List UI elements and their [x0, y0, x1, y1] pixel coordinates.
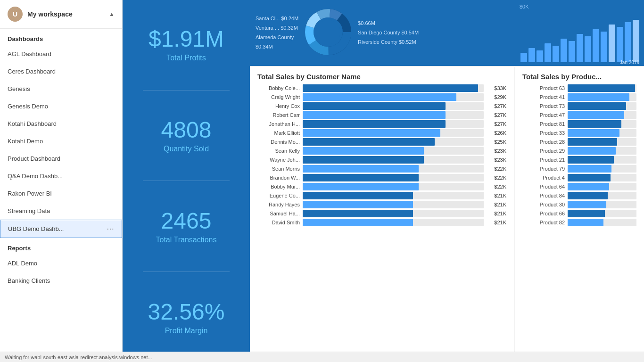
kpi-total-profits: $1.91M Total Profits — [149, 19, 224, 70]
customer-name-0: Bobby Cole... — [257, 85, 300, 91]
product-bar-15 — [568, 219, 603, 226]
donut-rlabel-3: Riverside County $0.52M — [358, 38, 419, 47]
kpi-panel: $1.91M Total Profits 4808 Quantity Sold … — [123, 0, 250, 362]
customer-bar-1 — [303, 93, 456, 101]
sidebar-item-genesis[interactable]: Genesis⋯ — [0, 80, 122, 98]
customer-bar-item-3: Robert Carr$27K — [257, 111, 506, 119]
customer-bar-4 — [303, 120, 446, 128]
sales-by-product-panel: Total Sales by Produc... Product 63Produ… — [515, 67, 644, 362]
customer-bar-item-1: Craig Wright$29K — [257, 93, 506, 101]
customer-bar-wrap-14 — [303, 210, 484, 217]
top-bar-item-9 — [593, 29, 599, 62]
customer-bar-wrap-0 — [303, 84, 484, 92]
product-bar-13 — [568, 201, 606, 208]
customer-name-3: Robert Carr — [257, 112, 300, 118]
sidebar-item-agl-dashboard[interactable]: AGL Dashboard⋯ — [0, 45, 122, 63]
donut-label-1: Santa Cl... $0.24M — [256, 14, 298, 24]
product-bar-wrap-12 — [568, 192, 636, 199]
customer-bar-11 — [303, 183, 419, 190]
product-bar-wrap-8 — [568, 156, 636, 164]
sidebar-item-banking-clients[interactable]: Banking Clients⋯ — [0, 272, 122, 289]
product-chart-title: Total Sales by Produc... — [522, 73, 636, 81]
customer-name-9: Sean Morris — [257, 166, 300, 172]
customer-bar-wrap-10 — [303, 174, 484, 181]
top-bar-rect-13 — [625, 22, 631, 62]
sidebar-item-ceres-dashboard[interactable]: Ceres Dashboard⋯ — [0, 63, 122, 80]
sidebar-item-label-genesis-demo: Genesis Demo — [8, 103, 107, 110]
sidebar-item-kotahi-demo[interactable]: Kotahi Demo⋯ — [0, 132, 122, 150]
customer-bar-item-10: Brandon W...$22K — [257, 174, 506, 181]
sales-by-customer-panel: Total Sales by Customer Name Bobby Cole.… — [250, 67, 514, 362]
top-bar-rect-6 — [569, 41, 575, 62]
sidebar-header[interactable]: U My workspace ▲ — [0, 0, 122, 29]
product-bar-9 — [568, 165, 611, 173]
product-bar-12 — [568, 192, 608, 199]
sidebar-item-streaming-data[interactable]: Streaming Data⋯ — [0, 202, 122, 220]
customer-bar-wrap-4 — [303, 120, 484, 128]
product-bar-item-12: Product 84 — [522, 192, 636, 199]
customer-value-6: $25K — [487, 139, 506, 145]
sidebar-item-kotahi-dashboard[interactable]: Kotahi Dashboard⋯ — [0, 115, 122, 132]
top-bar-rect-11 — [609, 25, 615, 62]
product-bar-item-7: Product 29 — [522, 147, 636, 155]
sidebar-item-ubg-demo-dashb[interactable]: UBG Demo Dashb...⋯ — [0, 220, 122, 238]
product-name-2: Product 73 — [522, 103, 565, 109]
customer-chart-title: Total Sales by Customer Name — [257, 73, 506, 81]
customer-value-15: $21K — [487, 220, 506, 225]
sidebar-item-qa-demo-dashb[interactable]: Q&A Demo Dashb...⋯ — [0, 167, 122, 185]
sidebar-item-adl-demo[interactable]: ADL Demo⋯ — [0, 255, 122, 272]
customer-value-8: $23K — [487, 157, 506, 163]
customer-bar-item-13: Randy Hayes$21K — [257, 201, 506, 208]
product-name-0: Product 63 — [522, 85, 565, 91]
sidebar-item-genesis-demo[interactable]: Genesis Demo⋯ — [0, 98, 122, 115]
product-bar-item-2: Product 73 — [522, 102, 636, 110]
customer-bar-wrap-1 — [303, 93, 484, 101]
product-name-9: Product 79 — [522, 166, 565, 172]
product-bar-item-14: Product 66 — [522, 210, 636, 217]
customer-bar-8 — [303, 156, 424, 164]
product-name-15: Product 82 — [522, 220, 565, 225]
customer-bar-13 — [303, 201, 413, 208]
more-icon-ubg-demo-dashb[interactable]: ⋯ — [107, 224, 114, 233]
top-bar-rect-2 — [537, 50, 543, 62]
customer-bar-wrap-7 — [303, 147, 484, 155]
top-bar-rect-8 — [585, 36, 591, 62]
product-bar-wrap-7 — [568, 147, 636, 155]
customer-bar-wrap-8 — [303, 156, 484, 164]
top-bar-item-11 — [609, 25, 615, 62]
sidebar-item-label-banking-clients: Banking Clients — [8, 277, 107, 284]
product-bar-item-9: Product 79 — [522, 165, 636, 173]
customer-value-0: $33K — [487, 85, 506, 91]
customer-value-9: $22K — [487, 166, 506, 172]
customer-name-15: David Smith — [257, 220, 300, 225]
customer-bar-wrap-13 — [303, 201, 484, 208]
customer-value-14: $21K — [487, 211, 506, 216]
top-bar-item-1 — [528, 48, 535, 62]
product-name-6: Product 28 — [522, 139, 565, 145]
sidebar-item-product-dashboard[interactable]: Product Dashboard⋯ — [0, 150, 122, 167]
product-bar-item-8: Product 21 — [522, 156, 636, 164]
product-name-4: Product 81 — [522, 121, 565, 127]
charts-row-bottom: Total Sales by Customer Name Bobby Cole.… — [250, 67, 644, 362]
customer-bar-wrap-15 — [303, 219, 484, 226]
donut-svg — [302, 6, 354, 60]
top-bar-item-12 — [617, 27, 623, 62]
sidebar-item-rakon-power-bi[interactable]: Rakon Power BI⋯ — [0, 185, 122, 202]
customer-bar-item-7: Sean Kelly$23K — [257, 147, 506, 155]
customer-bar-15 — [303, 219, 413, 226]
customer-bar-item-15: David Smith$21K — [257, 219, 506, 226]
customer-bar-0 — [303, 84, 478, 92]
customer-value-3: $27K — [487, 112, 506, 118]
product-bar-wrap-9 — [568, 165, 636, 173]
workspace-title: My workspace — [27, 10, 104, 18]
product-name-12: Product 84 — [522, 193, 565, 198]
sidebar-section-label-reports: Reports — [0, 238, 122, 255]
customer-name-7: Sean Kelly — [257, 148, 300, 154]
bar-chart-top-right: $0K Jan 2019 — [515, 0, 644, 66]
top-bar-item-7 — [577, 34, 583, 62]
customer-name-4: Jonathan H... — [257, 121, 300, 127]
product-bar-item-11: Product 64 — [522, 183, 636, 190]
kpi-transactions-label: Total Transactions — [156, 236, 217, 244]
top-bar-rect-12 — [617, 27, 623, 62]
donut-rlabel-1: $0.66M — [358, 19, 419, 28]
